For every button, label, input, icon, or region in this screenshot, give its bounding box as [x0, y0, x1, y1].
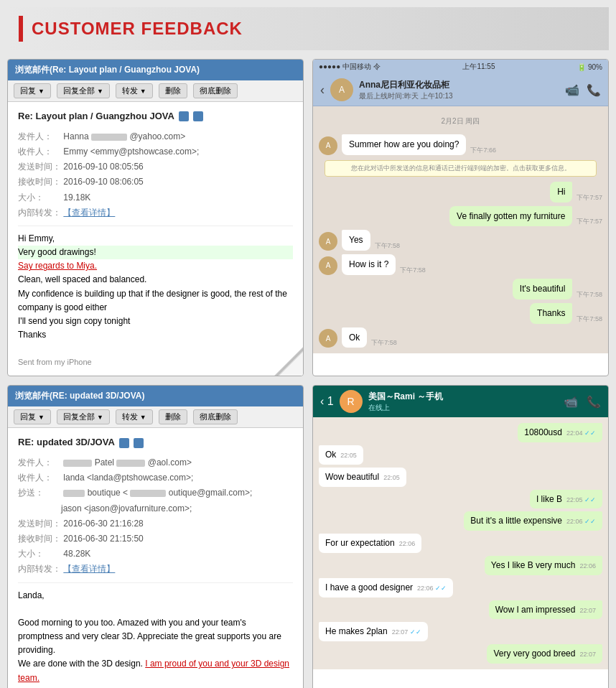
email-2-received: 接收时间： 2016-06-30 21:15:50: [18, 532, 293, 546]
wa-msg-11-bubble: Very very good breed22:07: [487, 644, 602, 664]
wa-msg-5-bubble: But it's a little expensive22:06 ✓✓: [464, 511, 602, 531]
email-1-greeting: Hi Emmy,: [18, 232, 293, 246]
email-2-to: 收件人： landa <landa@ptshowcase.com>;: [18, 471, 293, 485]
wechat-msg-7: 下午7:58 Thanks: [319, 303, 602, 324]
wechat-msg-6-bubble: It's beautiful: [513, 279, 573, 299]
wechat-msg-3-time: 下午7:57: [577, 217, 602, 226]
email-1-toolbar: 回复▼ 回复全部▼ 转发▼ 删除 彻底删除: [8, 80, 303, 102]
email-1-line4: My confidence is building up that if the…: [18, 287, 293, 315]
wechat-msg-6: 下午7:58 It's beautiful: [319, 279, 602, 299]
header-accent: [19, 16, 23, 42]
wa-msg-4: I like B22:05 ✓✓: [319, 490, 602, 509]
wechat-msg-5-time: 下午7:58: [400, 266, 426, 275]
whatsapp-call-icon[interactable]: 📞: [587, 395, 601, 409]
email-1-subject: Re: Layout plan / Guangzhou JOVA: [18, 109, 293, 124]
email2-attachment-icon: [134, 438, 144, 448]
wa-msg-3: Wow beautiful22:05: [319, 468, 602, 487]
wechat-video-icon[interactable]: 📹: [565, 83, 579, 97]
wechat-status-right: 🔋 90%: [577, 63, 602, 71]
email2-full-delete-button[interactable]: 彻底删除: [193, 409, 238, 424]
email-2-para1: Good morning to you too. Amazed with you…: [18, 616, 293, 658]
wechat-msg-4: A Yes 下午7:58: [319, 230, 602, 251]
wa-msg-2-bubble: Ok22:05: [319, 445, 363, 465]
wechat-msg-1-bubble: Summer how are you doing?: [342, 134, 466, 155]
wechat-msg-5: A How is it ? 下午7:58: [319, 254, 602, 275]
reply-button[interactable]: 回复▼: [14, 83, 51, 98]
wa-msg-9-bubble: Wow I am impressed22:07: [489, 600, 602, 620]
email-2-header-bar: 浏览邮件(RE: updated 3D/JOVA): [8, 386, 303, 406]
email-1-body: Re: Layout plan / Guangzhou JOVA 发件人： Ha…: [8, 102, 303, 376]
reply-all-button[interactable]: 回复全部▼: [57, 83, 110, 98]
wechat-msg-5-avatar: A: [319, 256, 337, 275]
wechat-back-icon[interactable]: ‹: [320, 83, 325, 98]
email-1-from: 发件人： Hanna @yahoo.com>: [18, 130, 293, 144]
email-1-size: 大小： 19.18K: [18, 191, 293, 205]
wechat-msg-2: 下午7:57 Hi: [319, 182, 602, 203]
wa-msg-4-bubble: I like B22:05 ✓✓: [530, 490, 602, 509]
whatsapp-back-icon[interactable]: ‹ 1: [320, 395, 334, 408]
wechat-status-bar: ●●●●● 中国移动 令 上午11:55 🔋 90%: [313, 60, 608, 74]
email-2-view-link[interactable]: 【查看详情】: [63, 564, 115, 574]
wechat-msg-7-time: 下午7:58: [577, 315, 602, 324]
wechat-call-icon[interactable]: 📞: [587, 83, 601, 97]
whatsapp-nav: ‹ 1 R 美国～Rami ～手机 在线上 📹 📞: [313, 386, 608, 417]
email-1-line1: Very good drawings!: [18, 246, 293, 259]
wechat-msg-1: A Summer how are you doing? 下午7:66: [319, 134, 602, 155]
wechat-date-label: 2月2日 周四: [319, 116, 602, 126]
forward-button[interactable]: 转发▼: [116, 83, 153, 98]
email-1-thanks: Thanks: [18, 328, 293, 342]
whatsapp-video-icon[interactable]: 📹: [564, 395, 578, 409]
email-1-header-bar: 浏览邮件(Re: Layout plan / Guangzhou JOVA): [8, 60, 303, 80]
email-flag-icon: [179, 111, 189, 121]
email-1-view-link[interactable]: 【查看详情】: [63, 208, 115, 218]
wechat-messages: 2月2日 周四 A Summer how are you doing? 下午7:…: [313, 106, 608, 353]
email-2-toolbar: 回复▼ 回复全部▼ 转发▼ 删除 彻底删除: [8, 406, 303, 428]
email2-reply-all-button[interactable]: 回复全部▼: [57, 409, 110, 424]
wechat-avatar: A: [330, 78, 353, 101]
wechat-status-time: 上午11:55: [462, 62, 495, 72]
page-header: CUSTOMER FEEDBACK: [7, 7, 609, 50]
wechat-msg-4-avatar: A: [319, 232, 337, 251]
wechat-status-left: ●●●●● 中国移动 令: [319, 62, 381, 72]
email-2-body: RE: updated 3D/JOVA 发件人： Patel @aol.com>…: [8, 428, 303, 688]
email2-forward-button[interactable]: 转发▼: [116, 409, 153, 424]
wechat-msg-4-time: 下午7:58: [375, 241, 401, 251]
email-attachment-icon: [193, 111, 203, 121]
email2-flag-icon: [119, 438, 129, 448]
delete-button[interactable]: 删除: [159, 83, 187, 98]
email-2-forward: 内部转发： 【查看详情】: [18, 562, 293, 576]
whatsapp-messages: 10800usd22:04 ✓✓ Ok22:05 Wow beautiful22…: [313, 417, 608, 669]
email-2-para2: We are done with the 3D design. I am pro…: [18, 657, 293, 684]
main-grid: 浏览邮件(Re: Layout plan / Guangzhou JOVA) 回…: [7, 59, 609, 688]
page-title: CUSTOMER FEEDBACK: [32, 19, 243, 39]
wa-msg-7-bubble: Yes I like B very much22:06: [485, 556, 602, 575]
wechat-msg-6-time: 下午7:58: [577, 290, 602, 299]
email-2-sent: 发送时间： 2016-06-30 21:16:28: [18, 517, 293, 531]
wechat-msg-3-bubble: Ve finally gotten my furniture: [449, 206, 572, 227]
wechat-icons: 📹 📞: [565, 83, 601, 97]
email-1-line3: Clean, well spaced and balanced.: [18, 273, 293, 287]
wechat-nav: ‹ A Anna尼日利亚化妆品柜 最后上线时间:昨天 上午10:13 📹 📞: [313, 74, 608, 106]
email-panel-1: 浏览邮件(Re: Layout plan / Guangzhou JOVA) 回…: [7, 59, 304, 376]
email2-reply-button[interactable]: 回复▼: [14, 409, 51, 424]
full-delete-button[interactable]: 彻底删除: [193, 83, 238, 98]
email-2-cc: 抄送： boutique < outique@gmail.com>;: [18, 486, 293, 500]
email-1-line2: Say regards to Miya.: [18, 259, 293, 273]
wechat-msg-5-bubble: How is it ?: [342, 254, 396, 275]
email-2-cc2: jason <jason@jovafurniture.com>;: [18, 502, 293, 516]
wechat-panel: ●●●●● 中国移动 令 上午11:55 🔋 90% ‹ A Anna尼日利亚化…: [312, 59, 609, 376]
wechat-msg-8-bubble: Ok: [342, 327, 367, 348]
wechat-msg-8-avatar: A: [319, 329, 337, 348]
wechat-msg-7-bubble: Thanks: [530, 303, 572, 324]
wechat-msg-8: A Ok 下午7:58: [319, 327, 602, 348]
wechat-msg-1-time: 下午7:66: [470, 146, 496, 155]
email-2-subject: RE: updated 3D/JOVA: [18, 435, 293, 450]
wa-msg-9: Wow I am impressed22:07: [319, 600, 602, 620]
wechat-contact-info: Anna尼日利亚化妆品柜 最后上线时间:昨天 上午10:13: [359, 79, 453, 101]
email-1-received: 接收时间： 2016-09-10 08:06:05: [18, 175, 293, 189]
whatsapp-panel: ‹ 1 R 美国～Rami ～手机 在线上 📹 📞 10800usd22:04 …: [312, 385, 609, 688]
wa-msg-6-bubble: For ur expectation22:06: [319, 534, 421, 553]
email2-delete-button[interactable]: 删除: [159, 409, 187, 424]
wa-msg-2: Ok22:05: [319, 445, 602, 465]
wa-msg-10: He makes 2plan22:07 ✓✓: [319, 622, 602, 641]
